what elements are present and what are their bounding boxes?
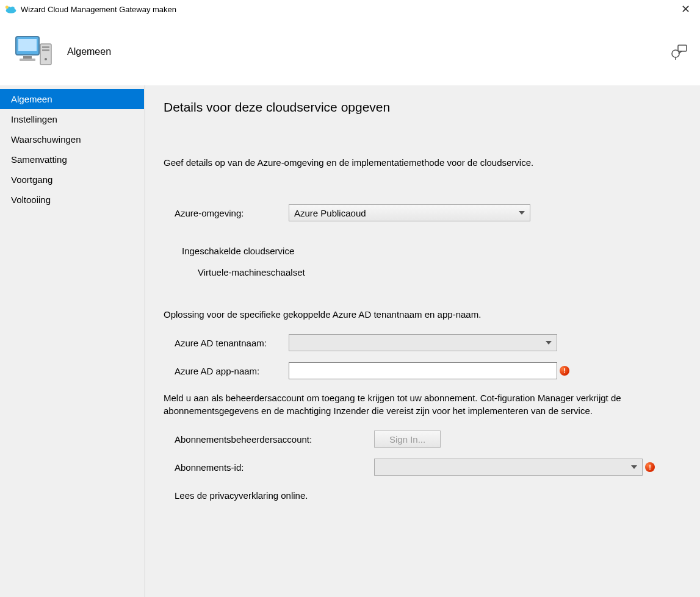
sidebar-item-instellingen[interactable]: Instellingen bbox=[0, 109, 144, 129]
sidebar-item-label: Voltooiing bbox=[11, 195, 51, 205]
label-enabled-cloudservice: Ingeschakelde cloudservice bbox=[164, 246, 682, 256]
sidebar: Algemeen Instellingen Waarschuwingen Sam… bbox=[0, 85, 145, 597]
sign-in-button[interactable]: Sign In... bbox=[374, 431, 441, 448]
sidebar-item-waarschuwingen[interactable]: Waarschuwingen bbox=[0, 129, 144, 149]
label-tenant: Azure AD tenantnaam: bbox=[164, 338, 289, 348]
sidebar-item-algemeen[interactable]: Algemeen bbox=[0, 89, 144, 109]
sidebar-item-label: Samenvatting bbox=[11, 154, 67, 165]
row-azure-env: Azure-omgeving: Azure Publicaoud bbox=[164, 204, 682, 221]
label-app-name: Azure AD app-naam: bbox=[164, 366, 289, 376]
privacy-link[interactable]: Lees de privacyverklaring online. bbox=[164, 490, 682, 501]
svg-rect-6 bbox=[23, 56, 32, 59]
row-app-name: Azure AD app-naam: ! bbox=[164, 362, 682, 379]
sidebar-item-label: Instellingen bbox=[11, 114, 57, 124]
svg-point-11 bbox=[45, 58, 47, 60]
label-admin-account: Abonnementsbeheerdersaccount: bbox=[164, 434, 374, 445]
svg-rect-7 bbox=[20, 59, 35, 61]
sidebar-item-label: Waarschuwingen bbox=[11, 134, 81, 145]
combo-subscription-id[interactable] bbox=[374, 459, 643, 476]
input-app-name[interactable] bbox=[289, 362, 557, 379]
svg-rect-5 bbox=[18, 39, 37, 51]
sidebar-item-label: Algemeen bbox=[11, 94, 52, 104]
row-tenant: Azure AD tenantnaam: bbox=[164, 334, 682, 351]
chevron-down-icon bbox=[519, 211, 525, 215]
chevron-down-icon bbox=[546, 341, 552, 345]
feedback-icon[interactable] bbox=[669, 44, 688, 60]
combo-value: Azure Publicaoud bbox=[294, 208, 366, 218]
label-azure-env: Azure-omgeving: bbox=[164, 208, 289, 218]
error-icon: ! bbox=[645, 462, 655, 472]
body-area: Algemeen Instellingen Waarschuwingen Sam… bbox=[0, 85, 700, 597]
titlebar: Wizard Cloud Management Gateway maken ✕ bbox=[0, 0, 700, 18]
close-button[interactable]: ✕ bbox=[676, 2, 695, 16]
description-2: Oplossing voor de specifieke gekoppelde … bbox=[164, 308, 682, 321]
label-vmss: Virtuele-machineschaalset bbox=[164, 267, 682, 277]
description-1: Geef details op van de Azure-omgeving en… bbox=[164, 157, 682, 168]
svg-rect-10 bbox=[42, 49, 49, 51]
svg-point-3 bbox=[5, 5, 9, 9]
svg-rect-13 bbox=[678, 45, 687, 51]
combo-azure-env[interactable]: Azure Publicaoud bbox=[289, 204, 530, 221]
header-title: Algemeen bbox=[67, 46, 111, 57]
chevron-down-icon bbox=[631, 465, 637, 469]
description-3: Meld u aan als beheerdersaccount om toeg… bbox=[164, 391, 682, 417]
svg-point-2 bbox=[10, 7, 15, 11]
combo-tenant[interactable] bbox=[289, 334, 557, 351]
sidebar-item-label: Voortgang bbox=[11, 174, 52, 185]
sidebar-item-voortgang[interactable]: Voortgang bbox=[0, 170, 144, 190]
sidebar-item-voltooiing[interactable]: Voltooiing bbox=[0, 190, 144, 210]
svg-rect-9 bbox=[42, 46, 49, 48]
computer-icon bbox=[12, 30, 55, 73]
page-title: Details voor deze cloudservice opgeven bbox=[164, 100, 682, 115]
label-subscription-id: Abonnements-id: bbox=[164, 462, 374, 473]
window-title: Wizard Cloud Management Gateway maken bbox=[21, 5, 676, 14]
sidebar-item-samenvatting[interactable]: Samenvatting bbox=[0, 149, 144, 170]
header-band: Algemeen bbox=[0, 18, 700, 85]
cloud-icon bbox=[5, 4, 17, 14]
row-admin-account: Abonnementsbeheerdersaccount: Sign In... bbox=[164, 431, 682, 448]
content-pane: Details voor deze cloudservice opgeven G… bbox=[145, 85, 700, 597]
error-icon: ! bbox=[560, 366, 569, 376]
row-subscription-id: Abonnements-id: ! bbox=[164, 459, 682, 476]
